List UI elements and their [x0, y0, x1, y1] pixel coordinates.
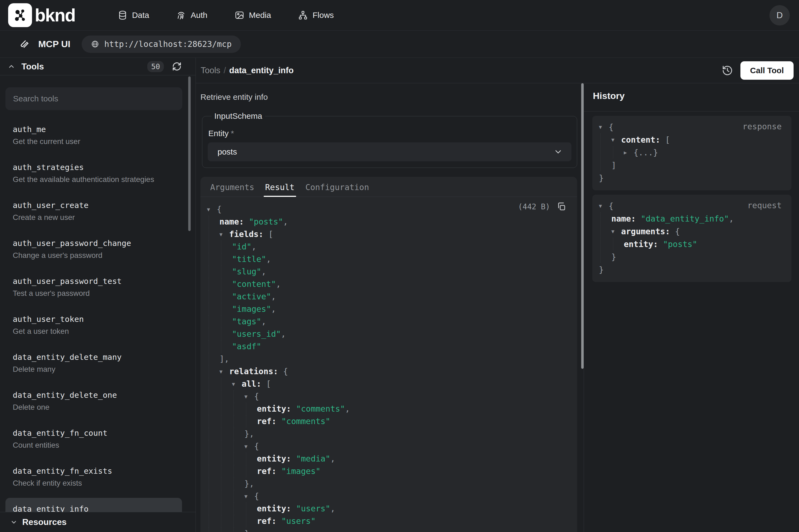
collapse-arrow-icon[interactable]: ▼ — [220, 228, 229, 241]
indent-guide — [207, 378, 220, 390]
collapse-arrow-icon[interactable]: ▼ — [611, 133, 621, 146]
json-key: all: — [242, 379, 261, 388]
sidebar-item-data_entity_delete_one[interactable]: data_entity_delete_oneDelete one — [5, 384, 182, 418]
sidebar-item-auth_user_password_change[interactable]: auth_user_password_changeChange a user's… — [5, 232, 182, 266]
collapse-arrow-icon[interactable]: ▼ — [611, 225, 621, 238]
indent-guide — [232, 502, 244, 515]
sidebar-scrollbar[interactable] — [188, 76, 191, 231]
tool-name: auth_user_password_change — [13, 238, 175, 249]
json-line: ref: "users" — [207, 515, 567, 527]
mcp-url-pill[interactable]: http://localhost:28623/mcp — [82, 36, 241, 53]
tools-section-header[interactable]: Tools 50 — [0, 58, 195, 75]
json-line: ▼{ — [207, 390, 567, 403]
sidebar-item-auth_strategies[interactable]: auth_strategiesGet the available authent… — [5, 156, 182, 190]
json-key: ref: — [257, 417, 277, 426]
collapse-arrow-icon[interactable]: ▼ — [244, 440, 254, 453]
json-line: } — [599, 172, 783, 184]
json-string: "active" — [232, 292, 271, 301]
json-punctuation: [ — [261, 379, 271, 388]
entity-select[interactable]: posts — [208, 142, 571, 162]
json-punctuation — [277, 417, 281, 426]
collapse-arrow-icon[interactable]: ▼ — [232, 378, 242, 390]
top-navigation-bar: bknd Data Auth Media Flows D — [0, 0, 799, 31]
nav-item-flows[interactable]: Flows — [298, 10, 334, 20]
sidebar-item-data_entity_delete_many[interactable]: data_entity_delete_manyDelete many — [5, 346, 182, 380]
history-entry-request[interactable]: request▼{name: "data_entity_info",▼argum… — [592, 195, 792, 282]
sidebar-item-data_entity_fn_count[interactable]: data_entity_fn_countCount entities — [5, 422, 182, 456]
tab-arguments[interactable]: Arguments — [210, 183, 254, 196]
mcp-clip-icon — [19, 39, 30, 50]
tools-sidebar: Tools 50 auth_meGet the current userauth… — [0, 58, 196, 532]
copy-icon[interactable] — [556, 202, 566, 211]
history-entry-label: response — [743, 122, 782, 131]
json-punctuation: , — [729, 214, 734, 224]
json-punctuation: , — [251, 242, 256, 251]
json-punctuation — [636, 214, 641, 224]
nav-item-auth[interactable]: Auth — [176, 10, 208, 20]
call-tool-button[interactable]: Call Tool — [740, 61, 794, 80]
json-punctuation: } — [599, 265, 604, 274]
json-punctuation — [291, 404, 296, 414]
json-line: entity: "users", — [207, 502, 567, 515]
tab-result[interactable]: Result — [265, 183, 294, 196]
indent-guide — [207, 403, 220, 415]
json-line: } — [207, 527, 567, 532]
history-icon[interactable] — [721, 64, 734, 76]
json-key: arguments: — [621, 227, 670, 236]
user-avatar[interactable]: D — [769, 5, 790, 25]
tool-name: data_entity_delete_one — [13, 390, 175, 401]
json-string: "comments" — [296, 404, 345, 414]
indent-guide — [232, 390, 244, 403]
search-input[interactable] — [5, 87, 182, 110]
main-scrollbar[interactable] — [581, 83, 584, 369]
json-punctuation: { — [609, 122, 613, 132]
expand-arrow-icon[interactable]: ▶ — [624, 146, 633, 159]
collapse-arrow-icon[interactable]: ▼ — [207, 203, 217, 215]
sidebar-item-auth_user_token[interactable]: auth_user_tokenGet a user token — [5, 308, 182, 342]
json-punctuation: ] — [611, 160, 616, 170]
json-key: entity: — [257, 404, 291, 414]
sidebar-item-auth_user_create[interactable]: auth_user_createCreate a new user — [5, 194, 182, 228]
indent-guide — [207, 490, 220, 502]
sidebar-item-data_entity_fn_exists[interactable]: data_entity_fn_existsCheck if entity exi… — [5, 460, 182, 494]
json-punctuation: { — [254, 392, 259, 401]
collapse-arrow-icon[interactable]: ▼ — [599, 200, 609, 212]
json-punctuation — [277, 516, 281, 526]
sidebar-item-auth_me[interactable]: auth_meGet the current user — [5, 118, 182, 152]
breadcrumb-parent[interactable]: Tools — [201, 65, 220, 75]
workflow-icon — [298, 10, 308, 20]
tool-name: auth_strategies — [13, 162, 175, 173]
indent-guide — [599, 133, 611, 146]
json-key: ref: — [257, 516, 277, 526]
nav-item-data[interactable]: Data — [118, 10, 149, 20]
result-json-view: (442 B) ▼{name: "posts",▼fields: ["id","… — [201, 197, 577, 532]
json-string: "media" — [296, 454, 330, 463]
tool-description: Change a user's password — [13, 250, 175, 261]
nav-label: Auth — [191, 11, 208, 20]
tab-configuration[interactable]: Configuration — [305, 183, 369, 196]
sidebar-item-auth_user_password_test[interactable]: auth_user_password_testTest a user's pas… — [5, 270, 182, 304]
collapse-arrow-icon[interactable]: ▼ — [244, 490, 254, 502]
collapse-arrow-icon[interactable]: ▼ — [599, 121, 609, 133]
nav-item-media[interactable]: Media — [234, 10, 271, 20]
indent-guide — [220, 502, 232, 515]
json-punctuation: , — [281, 329, 286, 339]
resources-section-header[interactable]: Resources — [0, 512, 195, 532]
collapse-arrow-icon[interactable]: ▼ — [244, 390, 254, 403]
history-entry-response[interactable]: response▼{▼content: [▶{...}]} — [592, 116, 792, 190]
refresh-icon[interactable] — [171, 61, 182, 72]
indent-guide — [232, 440, 244, 453]
tool-description: Delete one — [13, 402, 175, 413]
breadcrumb-separator: / — [224, 65, 226, 75]
sidebar-item-data_entity_info[interactable]: data_entity_infoRetrieve entity info — [5, 498, 182, 512]
indent-guide — [244, 515, 257, 527]
bknd-logo-text: bknd — [35, 5, 75, 25]
tool-name: data_entity_fn_count — [13, 428, 175, 439]
bknd-logo[interactable]: bknd — [8, 3, 75, 27]
indent-guide — [207, 241, 220, 253]
indent-guide — [207, 365, 220, 378]
json-line: "images", — [207, 303, 567, 315]
json-string: "asdf" — [232, 342, 261, 351]
collapse-arrow-icon[interactable]: ▼ — [220, 365, 229, 378]
json-key: name: — [220, 217, 244, 226]
